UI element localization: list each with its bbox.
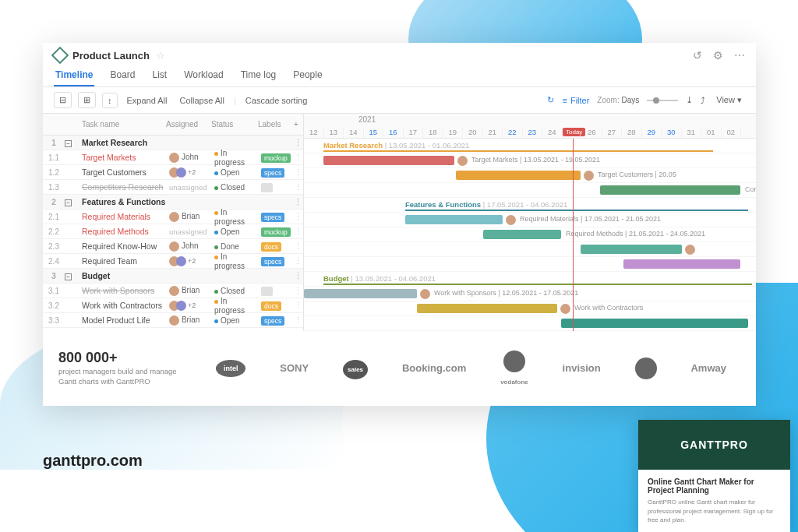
brand-logo-invision: invision xyxy=(563,362,601,374)
row-menu-icon[interactable]: ⋮ xyxy=(292,315,303,326)
col-status[interactable]: Status xyxy=(210,114,256,135)
collapse-icon[interactable]: − xyxy=(65,199,72,206)
brand-logo-salesforce: sales xyxy=(343,362,368,374)
row-menu-icon[interactable]: ⋮ xyxy=(292,241,303,252)
filter-button[interactable]: ≡ Filter xyxy=(562,96,589,105)
expand-all[interactable]: Expand All xyxy=(124,93,171,107)
chart-row: Market Research | 13.05.2021 - 01.06.202… xyxy=(304,139,756,153)
brand-logo-booking.com: Booking.com xyxy=(402,362,466,374)
day-29[interactable]: 29 xyxy=(642,128,662,138)
history-icon[interactable]: ↺ xyxy=(693,49,702,62)
day-19[interactable]: 19 xyxy=(443,128,464,138)
footer: 800 000+ project managers build and mana… xyxy=(43,331,756,406)
day-22[interactable]: 22 xyxy=(503,128,523,138)
day-16[interactable]: 16 xyxy=(383,128,404,138)
cascade-sorting[interactable]: Cascade sorting xyxy=(242,93,311,107)
chart-area[interactable]: Market Research | 13.05.2021 - 01.06.202… xyxy=(304,139,756,331)
share-icon[interactable]: ⤴ xyxy=(701,96,705,105)
tool-btn-1[interactable]: ⊟ xyxy=(54,92,72,108)
tabs: TimelineBoardListWorkloadTime logPeople xyxy=(43,65,756,87)
col-assigned[interactable]: Assigned xyxy=(164,114,210,135)
add-column-icon[interactable]: + xyxy=(289,114,303,135)
tool-btn-2[interactable]: ⊞ xyxy=(78,92,96,108)
tab-time-log[interactable]: Time log xyxy=(239,65,278,86)
day-27[interactable]: 27 xyxy=(602,128,623,138)
row-menu-icon[interactable]: ⋮ xyxy=(292,182,303,192)
collapse-icon[interactable]: − xyxy=(65,273,72,280)
chart-row: Features & Functions | 17.05.2021 - 04.0… xyxy=(304,198,756,213)
tab-people[interactable]: People xyxy=(291,65,323,86)
task-bar[interactable] xyxy=(483,230,561,239)
day-28[interactable]: 28 xyxy=(622,128,642,138)
day-17[interactable]: 17 xyxy=(404,128,424,138)
day-02[interactable]: 02 xyxy=(722,128,742,138)
row-menu-icon[interactable]: ⋮ xyxy=(292,271,303,281)
settings-icon[interactable]: ⚙ xyxy=(713,49,723,62)
day-12[interactable]: 12 xyxy=(304,128,324,138)
task-bar[interactable] xyxy=(405,215,503,224)
row-menu-icon[interactable]: ⋮ xyxy=(292,138,303,148)
task-bar[interactable] xyxy=(323,156,454,165)
row-menu-icon[interactable]: ⋮ xyxy=(292,301,303,311)
view-dropdown[interactable]: View ▾ xyxy=(713,93,745,107)
day-01[interactable]: 01 xyxy=(701,128,722,138)
day-15[interactable]: 15 xyxy=(364,128,384,138)
app-logo-icon xyxy=(51,47,69,65)
chart-row: Cor xyxy=(304,183,756,198)
row-menu-icon[interactable]: ⋮ xyxy=(292,212,303,222)
row-menu-icon[interactable]: ⋮ xyxy=(292,256,303,266)
promo-desc: GanttPRO online Gantt chart maker for pr… xyxy=(648,498,781,524)
row-menu-icon[interactable]: ⋮ xyxy=(292,197,303,207)
tab-list[interactable]: List xyxy=(151,65,169,86)
brand-logo-nasa xyxy=(635,358,657,379)
day-18[interactable]: 18 xyxy=(423,128,443,138)
day-24[interactable]: 24 xyxy=(542,128,563,138)
bar-label: Target Customers | 20.05 xyxy=(598,171,676,178)
today-line xyxy=(573,139,574,331)
row-menu-icon[interactable]: ⋮ xyxy=(292,286,303,296)
task-bar[interactable] xyxy=(456,171,581,180)
chart-row: Work with Contractors xyxy=(304,301,756,316)
bar-label: Work with Contractors xyxy=(574,304,643,312)
chart-row xyxy=(304,257,756,272)
task-bar[interactable] xyxy=(304,289,417,298)
row-menu-icon[interactable]: ⋮ xyxy=(292,153,303,163)
task-bar[interactable] xyxy=(623,259,740,269)
task-bar[interactable] xyxy=(581,245,682,254)
toolbar: ⊟ ⊞ ↕ Expand All Collapse All | Cascade … xyxy=(43,87,756,114)
bar-label: Work with Sponsors | 12.05.2021 - 17.05.… xyxy=(434,289,578,297)
day-13[interactable]: 13 xyxy=(324,128,344,138)
promo-title: Online Gantt Chart Maker for Project Pla… xyxy=(648,477,781,495)
today-badge: Today xyxy=(563,128,585,136)
day-30[interactable]: 30 xyxy=(662,128,682,138)
header: Product Launch ☆ ↺ ⚙ ⋯ xyxy=(43,43,756,65)
tab-board[interactable]: Board xyxy=(108,65,136,86)
day-23[interactable]: 23 xyxy=(523,128,543,138)
more-icon[interactable]: ⋯ xyxy=(734,49,745,62)
day-31[interactable]: 31 xyxy=(682,128,702,138)
refresh-icon[interactable]: ↻ xyxy=(547,95,554,105)
day-14[interactable]: 14 xyxy=(344,128,364,138)
brand-logo-amway: Amway xyxy=(690,362,726,374)
tab-workload[interactable]: Workload xyxy=(182,65,224,86)
task-bar[interactable] xyxy=(561,319,748,328)
day-20[interactable]: 20 xyxy=(463,128,483,138)
collapse-icon[interactable]: − xyxy=(65,140,72,147)
row-menu-icon[interactable]: ⋮ xyxy=(292,227,303,237)
day-21[interactable]: 21 xyxy=(483,128,503,138)
chart-row xyxy=(304,316,756,331)
row-menu-icon[interactable]: ⋮ xyxy=(292,167,303,178)
task-row[interactable]: 3.3Model Product Life BrianOpenspecs⋮ xyxy=(43,313,303,328)
tab-timeline[interactable]: Timeline xyxy=(54,65,94,86)
brand-logo-intel: intel xyxy=(216,360,246,377)
collapse-all[interactable]: Collapse All xyxy=(176,93,227,107)
col-labels[interactable]: Labels xyxy=(256,114,289,135)
bar-label: Required Materials | 17.05.2021 - 21.05.… xyxy=(520,215,661,223)
tool-btn-3[interactable]: ↕ xyxy=(102,93,118,108)
export-icon[interactable]: ⤓ xyxy=(686,95,693,105)
date-header: 2021 12131415161718192021222324252627282… xyxy=(304,114,756,139)
chart-row: Work with Sponsors | 12.05.2021 - 17.05.… xyxy=(304,287,756,301)
task-bar[interactable] xyxy=(417,304,557,313)
star-icon[interactable]: ☆ xyxy=(156,50,165,62)
task-bar[interactable] xyxy=(600,185,740,195)
